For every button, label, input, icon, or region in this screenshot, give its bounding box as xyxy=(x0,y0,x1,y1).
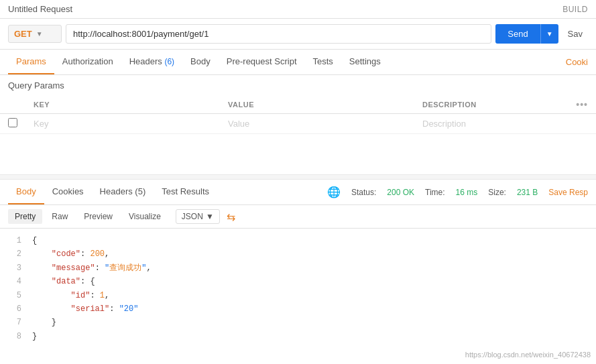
query-params-label: Query Params xyxy=(0,75,596,96)
value-cell[interactable]: Value xyxy=(220,114,414,134)
checkbox-col-header xyxy=(0,96,25,114)
value-col-header: VALUE xyxy=(220,96,414,114)
tab-pre-request-script[interactable]: Pre-request Script xyxy=(219,50,305,74)
pretty-view-button[interactable]: Pretty xyxy=(8,209,42,224)
raw-view-button[interactable]: Raw xyxy=(45,209,74,224)
line-num-7: 7 xyxy=(8,316,21,329)
key-col-header: KEY xyxy=(25,96,220,114)
params-table: KEY VALUE DESCRIPTION ••• Key Value Desc… xyxy=(0,96,596,134)
json-line-6: 6 "serial": "20" xyxy=(8,302,588,316)
resp-tab-cookies[interactable]: Cookies xyxy=(44,180,92,204)
row-checkbox[interactable] xyxy=(8,118,17,127)
method-label: GET xyxy=(14,29,32,39)
desc-cell[interactable]: Description xyxy=(414,114,568,134)
visualize-view-button[interactable]: Visualize xyxy=(122,209,168,224)
preview-view-button[interactable]: Preview xyxy=(77,209,119,224)
send-btn-group: Send ▼ xyxy=(495,24,558,44)
json-line-7: 7 } xyxy=(8,316,588,329)
top-bar: Untitled Request BUILD xyxy=(0,0,596,19)
json-line-8: 8 } xyxy=(8,330,588,343)
response-tabs: Body Cookies Headers (5) Test Results 🌐 … xyxy=(0,180,596,205)
desc-placeholder: Description xyxy=(422,119,466,129)
actions-cell xyxy=(568,114,596,134)
json-content-3: "message": "查询成功", xyxy=(32,261,152,275)
line-num-8: 8 xyxy=(8,330,21,343)
key-placeholder: Key xyxy=(34,119,48,129)
table-row: Key Value Description xyxy=(0,114,596,134)
format-select[interactable]: JSON ▼ xyxy=(176,209,220,224)
json-line-5: 5 "id": 1, xyxy=(8,289,588,302)
request-tabs: Params Authorization Headers (6) Body Pr… xyxy=(0,50,596,75)
actions-col-header: ••• xyxy=(568,96,596,114)
resp-tab-body[interactable]: Body xyxy=(8,180,44,204)
line-num-5: 5 xyxy=(8,289,21,302)
json-content-5: "id": 1, xyxy=(32,289,109,302)
size-value: 231 B xyxy=(517,188,538,197)
line-num-4: 4 xyxy=(8,275,21,288)
resp-tab-test-results[interactable]: Test Results xyxy=(154,180,217,204)
format-label: JSON xyxy=(182,212,203,221)
section-divider xyxy=(0,174,596,180)
json-line-3: 3 "message": "查询成功", xyxy=(8,261,588,275)
tab-params[interactable]: Params xyxy=(8,50,54,74)
json-content-4: "data": { xyxy=(32,275,95,288)
json-display: 1 { 2 "code": 200, 3 "message": "查询成功", … xyxy=(0,229,596,349)
request-title: Untitled Request xyxy=(8,4,72,14)
size-label: Size: xyxy=(488,188,506,197)
globe-icon: 🌐 xyxy=(327,186,341,198)
tab-settings[interactable]: Settings xyxy=(341,50,389,74)
json-line-4: 4 "data": { xyxy=(8,275,588,288)
cookies-tab-right[interactable]: Cooki xyxy=(566,57,588,67)
json-content-8: } xyxy=(32,330,37,343)
json-line-1: 1 { xyxy=(8,234,588,247)
key-cell[interactable]: Key xyxy=(25,114,220,134)
empty-space xyxy=(0,134,596,174)
send-dropdown-button[interactable]: ▼ xyxy=(540,24,558,44)
value-placeholder: Value xyxy=(228,119,249,129)
line-num-3: 3 xyxy=(8,261,21,275)
build-button[interactable]: BUILD xyxy=(562,5,588,14)
more-icon[interactable]: ••• xyxy=(576,99,588,110)
json-content-2: "code": 200, xyxy=(32,247,109,261)
tab-authorization[interactable]: Authorization xyxy=(54,50,121,74)
url-bar: GET ▼ Send ▼ Sav xyxy=(0,19,596,50)
json-line-2: 2 "code": 200, xyxy=(8,247,588,261)
response-status-bar: 🌐 Status: 200 OK Time: 16 ms Size: 231 B… xyxy=(327,186,588,198)
send-button[interactable]: Send xyxy=(495,24,540,44)
time-value: 16 ms xyxy=(456,188,478,197)
json-content-7: } xyxy=(32,316,56,329)
line-num-1: 1 xyxy=(8,234,21,247)
format-dropdown-icon: ▼ xyxy=(206,212,214,221)
status-value: 200 OK xyxy=(387,188,414,197)
headers-badge: (6) xyxy=(164,57,174,66)
wrap-icon[interactable]: ⇆ xyxy=(227,210,235,223)
save-response-button[interactable]: Save Resp xyxy=(548,188,588,197)
line-num-6: 6 xyxy=(8,302,21,316)
method-dropdown-icon: ▼ xyxy=(36,30,43,38)
json-content-1: { xyxy=(32,234,37,247)
resp-toolbar: Pretty Raw Preview Visualize JSON ▼ ⇆ xyxy=(0,205,596,229)
tab-body[interactable]: Body xyxy=(182,50,219,74)
line-num-2: 2 xyxy=(8,247,21,261)
tab-tests[interactable]: Tests xyxy=(305,50,341,74)
save-button[interactable]: Sav xyxy=(562,24,588,44)
tab-headers[interactable]: Headers (6) xyxy=(121,50,182,74)
json-content-6: "serial": "20" xyxy=(32,302,138,316)
desc-col-header: DESCRIPTION xyxy=(414,96,568,114)
resp-tab-headers[interactable]: Headers (5) xyxy=(92,180,154,204)
url-input[interactable] xyxy=(66,24,491,44)
status-label: Status: xyxy=(351,188,376,197)
method-select[interactable]: GET ▼ xyxy=(8,25,62,43)
time-label: Time: xyxy=(425,188,445,197)
